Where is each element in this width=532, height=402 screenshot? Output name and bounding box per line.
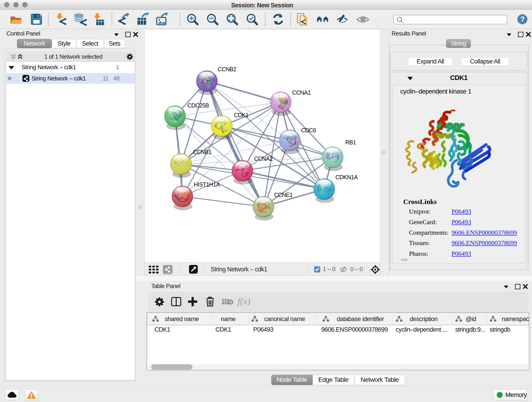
svg-text:CDC25B: CDC25B bbox=[187, 102, 209, 109]
svg-text:HIST1H1A: HIST1H1A bbox=[194, 181, 220, 188]
svg-text:CDK1: CDK1 bbox=[234, 112, 249, 118]
svg-text:CCNB1: CCNB1 bbox=[193, 149, 211, 155]
svg-text:CCNA1: CCNA1 bbox=[292, 89, 311, 96]
svg-text:CDC6: CDC6 bbox=[301, 127, 316, 133]
svg-text:CCNA2: CCNA2 bbox=[254, 155, 273, 162]
svg-text:CCNE1: CCNE1 bbox=[274, 191, 293, 198]
svg-text:CDKN1A: CDKN1A bbox=[336, 174, 358, 180]
svg-text:?: ? bbox=[520, 15, 525, 23]
svg-text:CCNB2: CCNB2 bbox=[218, 66, 236, 72]
svg-text:RB1: RB1 bbox=[345, 139, 356, 146]
